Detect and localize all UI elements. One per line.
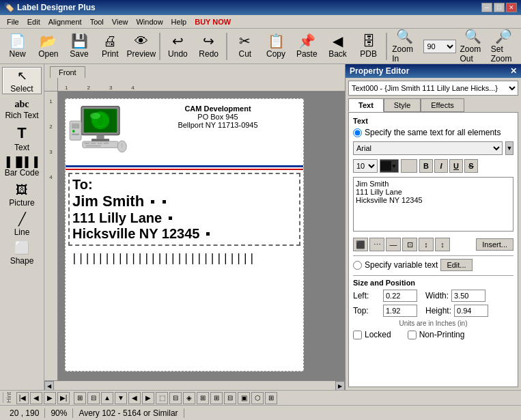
top-input[interactable]: [383, 305, 417, 317]
scroll-right-btn[interactable]: ▶: [335, 381, 345, 390]
front-tab[interactable]: Front: [50, 66, 85, 78]
align-vert1-btn[interactable]: ↕: [419, 238, 434, 251]
locked-checkbox[interactable]: [353, 331, 362, 339]
print-button[interactable]: 🖨 Print: [96, 31, 125, 62]
bold-button[interactable]: B: [419, 159, 433, 173]
bt-extra-5[interactable]: ◀: [128, 392, 141, 404]
pe-close-button[interactable]: ✕: [510, 66, 517, 76]
tab-style[interactable]: Style: [384, 98, 421, 112]
zoom-in-button[interactable]: 🔍 Zoom In: [390, 31, 419, 62]
edit-button[interactable]: Edit...: [440, 259, 472, 271]
set-zoom-icon: 🔎: [495, 29, 512, 43]
status-label-type: Avery 102 - 5164 or Similar: [73, 408, 184, 418]
menu-file[interactable]: File: [3, 16, 23, 27]
rich-text-tool[interactable]: abc Rich Text: [2, 96, 42, 123]
bt-extra-10[interactable]: ⊞: [197, 392, 209, 404]
menu-buy-now[interactable]: BUY NOW: [191, 16, 235, 27]
font-select[interactable]: Arial: [353, 141, 503, 155]
copy-button[interactable]: 📋 Copy: [261, 31, 290, 62]
bt-extra-7[interactable]: ⬚: [156, 392, 168, 404]
bt-extra-6[interactable]: ▶: [142, 392, 154, 404]
width-input[interactable]: [451, 290, 485, 302]
color-dropdown[interactable]: ▼: [391, 163, 397, 169]
scroll-left-btn[interactable]: ◀: [44, 381, 54, 390]
variable-text-radio[interactable]: [353, 261, 362, 270]
align-vert2-btn[interactable]: ↕: [435, 238, 450, 251]
bt-next[interactable]: ▶: [44, 392, 56, 404]
pdb-button[interactable]: 🗄 PDB: [354, 31, 383, 62]
strikethrough-button[interactable]: S: [464, 159, 478, 173]
label-surface[interactable]: CAM Development PO Box 945 Bellport NY 1…: [65, 98, 304, 372]
tab-effects[interactable]: Effects: [421, 98, 464, 112]
italic-button[interactable]: I: [434, 159, 448, 173]
menu-alignment[interactable]: Alignment: [44, 16, 86, 27]
bt-extra-1[interactable]: ⊞: [74, 392, 86, 404]
bt-extra-14[interactable]: ⬡: [251, 392, 264, 404]
svg-rect-9: [72, 134, 79, 135]
bt-extra-9[interactable]: ◈: [183, 392, 195, 404]
height-input[interactable]: [454, 305, 488, 317]
align-dash-btn[interactable]: —: [386, 238, 401, 251]
align-dotted-btn[interactable]: ⋯: [369, 238, 384, 251]
same-text-radio[interactable]: [353, 128, 362, 137]
bt-extra-13[interactable]: ▣: [238, 392, 250, 404]
back-button[interactable]: ◀ Back: [323, 31, 352, 62]
save-button[interactable]: 💾 Save: [64, 31, 94, 62]
redo-button[interactable]: ↪ Redo: [194, 31, 223, 62]
bt-extra-12[interactable]: ⊟: [224, 392, 236, 404]
paste-button[interactable]: 📌 Paste: [292, 31, 322, 62]
select-tool[interactable]: ↖ Select: [2, 67, 42, 94]
font-dropdown-arrow[interactable]: ▼: [505, 141, 513, 155]
non-printing-checkbox[interactable]: [408, 331, 417, 339]
picture-tool[interactable]: 🖼 Picture: [2, 182, 42, 209]
maximize-button[interactable]: □: [494, 3, 505, 12]
bt-prev[interactable]: ◀: [30, 392, 42, 404]
horizontal-scrollbar[interactable]: ◀ ▶: [44, 380, 345, 390]
bt-extra-15[interactable]: ⊞: [265, 392, 277, 404]
bt-extra-2[interactable]: ⊟: [87, 392, 100, 404]
set-zoom-button[interactable]: 🔎 Set Zoom: [489, 31, 518, 62]
new-button[interactable]: 📄 New: [3, 31, 32, 62]
pe-tabs: Text Style Effects: [348, 98, 518, 112]
bt-extra-4[interactable]: ▼: [115, 392, 127, 404]
dot-2: [163, 200, 166, 204]
menu-tool[interactable]: Tool: [86, 16, 108, 27]
line-tool[interactable]: ╱ Line: [2, 210, 42, 238]
align-box-btn[interactable]: ⊡: [402, 238, 417, 251]
bt-last[interactable]: ▶|: [57, 392, 70, 404]
bt-extra-3[interactable]: ▲: [101, 392, 113, 404]
menu-edit[interactable]: Edit: [23, 16, 44, 27]
bt-extra-11[interactable]: ⊞: [210, 392, 223, 404]
tab-text[interactable]: Text: [348, 98, 384, 112]
selected-text-block[interactable]: To: Jim Smith 111 Lilly Lane Hicksville …: [68, 173, 300, 246]
zoom-select[interactable]: 90 100 75: [423, 40, 456, 53]
street-row: 111 Lilly Lane: [72, 210, 296, 226]
canvas-wrapper[interactable]: CAM Development PO Box 945 Bellport NY 1…: [58, 92, 345, 380]
align-left-btn[interactable]: ⬛: [353, 238, 368, 251]
bt-extra-group: ⊞ ⊟ ▲ ▼ ◀ ▶ ⬚ ⊟ ◈ ⊞ ⊞ ⊟ ▣ ⬡ ⊞: [74, 392, 277, 404]
minimize-button[interactable]: ─: [481, 3, 492, 12]
close-button[interactable]: ✕: [506, 3, 517, 12]
element-dropdown[interactable]: Text000 - {Jim Smith 111 Lilly Lane Hick…: [348, 81, 518, 96]
menu-window[interactable]: Window: [132, 16, 167, 27]
font-size-select[interactable]: 10: [353, 159, 378, 173]
insert-button[interactable]: Insert...: [476, 238, 513, 251]
preview-button[interactable]: 👁 Preview: [126, 31, 156, 62]
height-label: Height:: [425, 306, 451, 316]
menu-help[interactable]: Help: [167, 16, 191, 27]
color-button[interactable]: ▼: [380, 159, 399, 173]
left-input[interactable]: [383, 290, 417, 302]
shape-tool[interactable]: ⬜ Shape: [2, 239, 42, 266]
zoom-out-button[interactable]: 🔍 Zoom Out: [457, 31, 487, 62]
undo-button[interactable]: ↩ Undo: [163, 31, 193, 62]
bt-first[interactable]: |◀: [16, 392, 29, 404]
format-buttons: B I U S: [419, 159, 478, 173]
menu-view[interactable]: View: [108, 16, 132, 27]
bt-extra-8[interactable]: ⊟: [169, 392, 182, 404]
open-button[interactable]: 📂 Open: [33, 31, 63, 62]
text-tool[interactable]: T Text: [2, 124, 42, 152]
cut-button[interactable]: ✂ Cut: [230, 31, 259, 62]
barcode-tool[interactable]: ▌▐▌▌▐ Bar Code: [2, 153, 42, 180]
underline-button[interactable]: U: [449, 159, 463, 173]
text-content-area[interactable]: Jim Smith 111 Lilly Lane Hicksville NY 1…: [353, 177, 513, 232]
